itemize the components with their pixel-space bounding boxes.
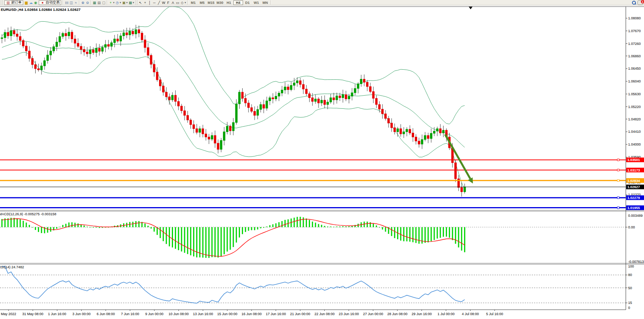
- macd-histogram-bar: [446, 227, 447, 237]
- text-tool-icon[interactable]: A: [171, 0, 175, 5]
- toolbar-separator: [91, 0, 91, 5]
- candle-body: [226, 126, 228, 132]
- candle-body: [120, 36, 122, 41]
- gold-bar-icon[interactable]: ▆: [24, 0, 29, 5]
- candle-body: [339, 96, 341, 98]
- candlestick-chart-icon[interactable]: ◫: [69, 0, 74, 5]
- timeframe-button-m30[interactable]: M30: [216, 0, 224, 5]
- candle-body: [190, 120, 192, 125]
- signals-icon[interactable]: ◉: [33, 0, 38, 5]
- dropdown-caret-icon[interactable]: ▼: [184, 2, 187, 4]
- toolbar-separator: [79, 0, 80, 5]
- candle-body: [272, 98, 274, 99]
- candle-body: [144, 40, 146, 48]
- macd-histogram-bar: [41, 227, 42, 233]
- time-axis-label: 21 Jun 00:00: [290, 312, 310, 316]
- cloud-icon[interactable]: ☁: [29, 0, 33, 5]
- search-icon[interactable]: [632, 1, 636, 5]
- zoom-out-icon[interactable]: ⊖: [85, 0, 90, 5]
- candle-body: [65, 33, 67, 36]
- candle-body: [56, 42, 58, 47]
- candle-body: [342, 94, 344, 98]
- candle-body: [74, 39, 76, 43]
- arrange-windows-icon[interactable]: ▤: [97, 0, 101, 5]
- macd-histogram-bar: [257, 227, 258, 230]
- macd-histogram-bar: [227, 227, 228, 252]
- macd-histogram-bar: [309, 220, 310, 227]
- candle-body: [360, 79, 362, 84]
- chat-icon[interactable]: 1: [637, 0, 643, 5]
- rectangle-tool-icon[interactable]: ▭: [175, 0, 180, 5]
- autotrading-label: 自动交易: [46, 0, 60, 5]
- macd-histogram-bar: [425, 227, 426, 243]
- elliott-wave-icon[interactable]: W: [161, 0, 166, 5]
- time-axis-label: 7 Jun 16:00: [121, 312, 139, 316]
- time-axis-label: 15 Jun 00:00: [217, 312, 237, 316]
- macd-histogram-bar: [327, 226, 328, 227]
- vertical-line-icon[interactable]: │: [147, 0, 152, 5]
- macd-histogram-bar: [208, 227, 209, 258]
- candle-body: [138, 30, 140, 33]
- candle-body: [266, 101, 268, 108]
- macd-histogram-bar: [71, 222, 72, 227]
- timeframe-button-h1[interactable]: H1: [224, 0, 233, 5]
- horizontal-line-icon[interactable]: ─: [152, 0, 157, 5]
- timeframe-button-mn[interactable]: MN: [261, 0, 270, 5]
- macd-histogram-bar: [452, 227, 453, 240]
- macd-histogram-bar: [458, 227, 459, 247]
- timeframe-button-d1[interactable]: D1: [243, 0, 252, 5]
- macd-histogram-bar: [272, 224, 274, 227]
- macd-histogram-bar: [87, 226, 88, 227]
- line-handle[interactable]: [617, 207, 619, 209]
- macd-histogram-bar: [166, 227, 167, 244]
- candle-body: [59, 36, 61, 42]
- candle-body: [183, 111, 185, 115]
- macd-histogram-bar: [373, 224, 374, 227]
- candle-body: [439, 129, 441, 133]
- line-handle[interactable]: [617, 159, 619, 161]
- candle-body: [220, 141, 222, 149]
- line-chart-icon[interactable]: ≈: [74, 0, 78, 5]
- timeframe-button-m5[interactable]: M5: [198, 0, 207, 5]
- macd-histogram-bar: [336, 226, 337, 227]
- crosshair-icon[interactable]: +: [143, 0, 147, 5]
- macd-histogram-bar: [47, 227, 48, 233]
- tile-windows-icon[interactable]: ▦: [92, 0, 97, 5]
- cursor-icon[interactable]: ↖: [138, 0, 143, 5]
- fibonacci-icon[interactable]: F: [166, 0, 171, 5]
- zoom-in-icon[interactable]: ⊕: [80, 0, 85, 5]
- timeframe-button-h4[interactable]: H4: [233, 0, 243, 5]
- candle-body: [123, 33, 125, 36]
- line-handle[interactable]: [617, 180, 619, 182]
- timeframe-button-m15[interactable]: M15: [207, 0, 216, 5]
- timeframe-button-w1[interactable]: W1: [252, 0, 261, 5]
- bar-chart-icon[interactable]: ☰: [64, 0, 69, 5]
- candle-body: [208, 137, 210, 139]
- line-handle[interactable]: [617, 169, 619, 171]
- price-tag-label: 1.03173: [627, 168, 640, 172]
- autotrading-button[interactable]: ● 自动交易: [39, 0, 61, 5]
- candle-body: [1, 38, 3, 38]
- macd-histogram-bar: [96, 227, 97, 228]
- time-axis-label: 29 Jun 16:00: [412, 312, 432, 316]
- cascade-windows-icon[interactable]: ▢: [101, 0, 106, 5]
- line-handle[interactable]: [617, 197, 619, 199]
- macd-histogram-bar: [269, 225, 271, 227]
- dropdown-caret-icon[interactable]: ▼: [132, 2, 135, 4]
- price-axis-label: 1.08080: [628, 16, 641, 20]
- toolbar-grip: [135, 0, 137, 5]
- trendline-icon[interactable]: ╱: [157, 0, 161, 5]
- timeframe-group: M1M5M15M30H1H4D1W1MN: [189, 0, 270, 5]
- candle-body: [369, 87, 371, 92]
- macd-histogram-bar: [400, 227, 401, 241]
- candle-body: [418, 141, 420, 144]
- price-tag-label: 1.02279: [627, 196, 640, 200]
- candle-body: [171, 95, 173, 100]
- candle-body: [175, 95, 176, 101]
- macd-histogram-bar: [144, 223, 146, 227]
- new-order-button[interactable]: ▥ 新订单: [4, 0, 23, 5]
- macd-histogram-bar: [35, 227, 36, 230]
- timeframe-button-m1[interactable]: M1: [189, 0, 198, 5]
- price-chart-canvas[interactable]: 1.080801.076701.072601.068601.064501.060…: [0, 0, 644, 319]
- macd-histogram-bar: [77, 223, 79, 227]
